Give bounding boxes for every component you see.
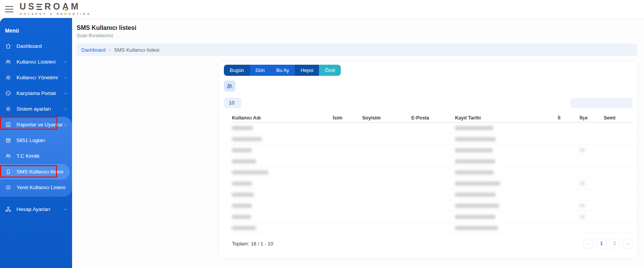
breadcrumb-separator: › (109, 47, 111, 52)
table-row[interactable] (232, 189, 632, 200)
sidebar-item-label: Kullanıcı Listeleri (16, 59, 56, 65)
table-row[interactable] (232, 156, 632, 167)
home-icon (5, 43, 12, 49)
total-count-label: Toplam: 18 / 1 - 10 (232, 241, 273, 247)
sidebar-item-dashboard[interactable]: Dashboard (0, 38, 72, 54)
column-header-i-sim: İsim (333, 115, 362, 121)
pagination: ←12→ (583, 239, 632, 248)
network-icon (5, 206, 12, 212)
table-row[interactable] (232, 200, 632, 211)
table-header-row: Kullanıcı AdıİsimSoyisimE-PostaKayıt Tar… (232, 113, 632, 123)
chevron-down-icon (63, 75, 68, 80)
sidebar-item-label: Dashboard (16, 43, 42, 49)
register-date-redacted (455, 226, 558, 230)
chevron-down-icon (63, 91, 68, 96)
page-size-selector[interactable]: 10 (224, 98, 242, 108)
tab-bu-ay[interactable]: Bu Ay (270, 65, 295, 76)
column-header-kullan-c-ad: Kullanıcı Adı (232, 115, 333, 121)
sidebar-item-kar-lama-portal[interactable]: Karşılama Portalı (0, 85, 72, 101)
page-subtitle: Şuan Buradasınız (77, 33, 637, 38)
column-header-soyisim: Soyisim (362, 115, 411, 121)
table-row[interactable] (232, 167, 632, 178)
pagination-prev-button[interactable]: ← (583, 239, 593, 248)
ilce-redacted (580, 149, 604, 152)
users-action-button[interactable] (224, 80, 235, 92)
tab-zel[interactable]: Özel (319, 65, 341, 76)
gear-icon (5, 74, 12, 81)
chevron-up-icon (63, 122, 68, 127)
tab-hepsi[interactable]: Hepsi (295, 65, 319, 76)
register-date-redacted (455, 181, 558, 186)
column-header-e-posta: E-Posta (411, 115, 455, 121)
sidebar-item-sms-kullan-c-listesi[interactable]: SMS Kullanıcı listesi (0, 164, 70, 180)
report-icon (5, 121, 12, 128)
register-date-redacted (455, 170, 558, 175)
sidebar-item-sistem-ayarlar[interactable]: Sistem ayarları (0, 101, 72, 117)
table-footer: Toplam: 18 / 1 - 10 ←12→ (224, 239, 632, 248)
register-date-redacted (455, 204, 558, 208)
username-redacted (232, 148, 333, 152)
table-search-input[interactable] (570, 98, 632, 108)
username-redacted (232, 193, 333, 197)
pagination-page-2[interactable]: 2 (610, 239, 619, 248)
pagination-page-1[interactable]: 1 (596, 239, 606, 248)
ilce-redacted (580, 182, 604, 185)
ilce-redacted (580, 204, 604, 207)
username-redacted (232, 204, 333, 208)
register-date-redacted (455, 215, 558, 219)
table-row[interactable] (232, 134, 632, 145)
breadcrumb-dashboard-link[interactable]: Dashboard (81, 47, 106, 53)
sidebar-item-hesap-ayarlar[interactable]: Hesap Ayarları (0, 201, 72, 217)
username-redacted (232, 170, 333, 175)
table-toolbar: 10 (224, 98, 632, 108)
table-row[interactable] (232, 145, 632, 156)
chevron-down-icon (63, 207, 68, 212)
tab-bug-n[interactable]: Bugün (224, 65, 250, 76)
username-redacted (232, 126, 333, 130)
table-row[interactable] (232, 211, 632, 222)
palette-icon (5, 90, 12, 96)
sidebar-submenu-raporlar: Raporlar ve Uyarılar5651 LoglarıT.C Kiml… (0, 117, 72, 197)
column-header-semt: Semt (604, 115, 632, 121)
column-header-i-l: İl (558, 115, 580, 121)
column-header-i-l-e: İlçe (580, 115, 604, 121)
sidebar-nav: DashboardKullanıcı ListeleriKullanıcı Yö… (0, 38, 72, 117)
sidebar-item-label: Kullanıcı Yönetimi (16, 75, 58, 80)
sidebar-item-label: Yerel Kullanıcı Listesi (16, 185, 66, 190)
chevron-down-icon (63, 106, 68, 112)
date-filter-tabs: BugünDünBu AyHepsiÖzel (224, 65, 341, 76)
sms-user-list-card: BugünDünBu AyHepsiÖzel 10 Kullanıcı Adıİ… (219, 62, 637, 258)
users-icon (5, 59, 12, 65)
pagination-next-button[interactable]: → (623, 239, 632, 248)
username-redacted (232, 159, 333, 163)
main-content: SMS Kullanıcı listesi Şuan Buradasınız D… (72, 18, 644, 268)
sidebar-item-kullan-c-listeleri[interactable]: Kullanıcı Listeleri (0, 54, 72, 70)
sidebar-nav-footer: Hesap Ayarları (0, 201, 72, 217)
hamburger-menu-icon[interactable] (5, 6, 13, 12)
sidebar-item-t-c-kimlik[interactable]: T.C Kimlik (0, 148, 72, 164)
tab-d-n[interactable]: Dün (250, 65, 271, 76)
gear-icon (5, 106, 12, 112)
chevron-down-icon (63, 59, 68, 65)
username-redacted (232, 215, 333, 219)
sidebar-item-raporlar-ve-uyar-lar[interactable]: Raporlar ve Uyarılar (0, 117, 72, 132)
register-date-redacted (455, 137, 558, 141)
logo-gold-accent: A (62, 2, 71, 11)
table-row[interactable] (232, 123, 632, 134)
column-header-kay-t-tarihi: Kayıt Tarihi (455, 115, 558, 121)
username-redacted (232, 181, 333, 186)
users-icon (5, 153, 12, 159)
sidebar-item-yerel-kullan-c-listesi[interactable]: Yerel Kullanıcı Listesi (0, 180, 72, 195)
table-row[interactable] (232, 178, 632, 189)
page-title: SMS Kullanıcı listesi (77, 25, 637, 31)
breadcrumb: Dashboard › SMS Kullanıcı listesi (77, 44, 637, 56)
sidebar-item-5651-loglar[interactable]: 5651 Logları (0, 132, 72, 148)
users-icon (226, 83, 233, 90)
calendar-icon (5, 137, 12, 144)
table-row[interactable] (232, 222, 632, 234)
sidebar-item-kullan-c-y-netimi[interactable]: Kullanıcı Yönetimi (0, 70, 72, 85)
register-date-redacted (455, 159, 558, 163)
target-icon (5, 184, 12, 191)
breadcrumb-current: SMS Kullanıcı listesi (114, 47, 159, 53)
ilce-redacted (580, 215, 604, 218)
